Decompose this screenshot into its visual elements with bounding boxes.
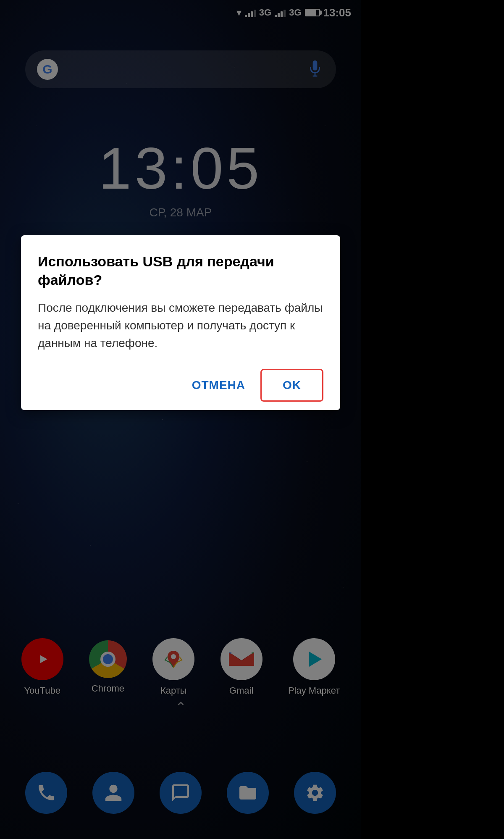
dim-overlay (0, 0, 361, 839)
phone-screen: ▾ 3G 3G 13:05 (0, 0, 361, 839)
cancel-button[interactable]: ОТМЕНА (177, 369, 260, 402)
usb-dialog: Использовать USB для передачи файлов? По… (21, 235, 340, 410)
dialog-message: После подключения вы сможете передавать … (38, 299, 323, 352)
dialog-buttons: ОТМЕНА OK (38, 369, 323, 402)
dialog-title: Использовать USB для передачи файлов? (38, 252, 323, 289)
ok-button[interactable]: OK (260, 369, 323, 402)
